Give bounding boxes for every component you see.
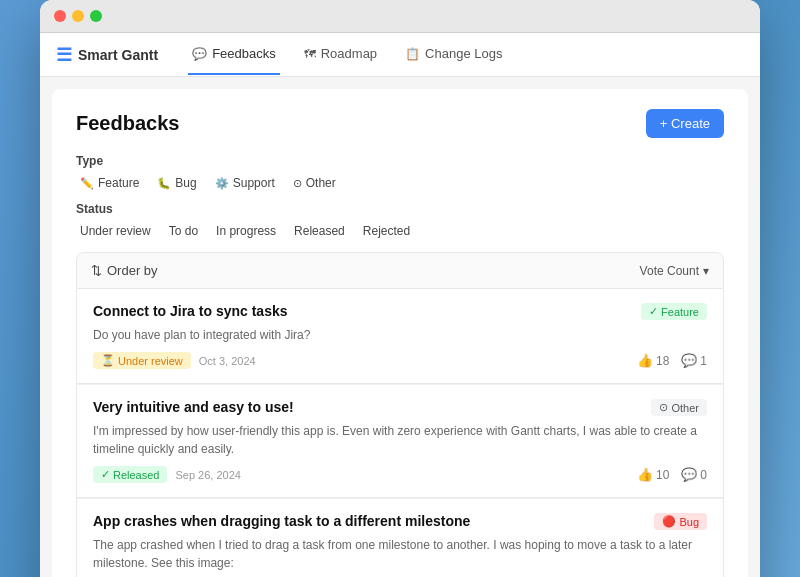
filter-todo[interactable]: To do (165, 222, 202, 240)
tab-changelogs[interactable]: 📋 Change Logs (401, 34, 506, 75)
in-progress-label: In progress (216, 224, 276, 238)
app-content: ☰ Smart Gantt 💬 Feedbacks 🗺 Roadmap 📋 Ch… (40, 33, 760, 577)
card-1-top: Connect to Jira to sync tasks ✓ Feature (93, 303, 707, 320)
minimize-dot[interactable] (72, 10, 84, 22)
filter-feature[interactable]: ✏️ Feature (76, 174, 143, 192)
filter-released[interactable]: Released (290, 222, 349, 240)
main-content: Feedbacks + Create Type ✏️ Feature 🐛 Bug (52, 89, 748, 577)
feedback-card-2: Very intuitive and easy to use! ⊙ Other … (76, 384, 724, 498)
thumbs-up-icon: 👍 (637, 353, 653, 368)
card-2-type-label: Other (671, 402, 699, 414)
card-1-actions: 👍 18 💬 1 (637, 353, 707, 368)
card-1-vote-button[interactable]: 👍 18 (637, 353, 669, 368)
filter-in-progress[interactable]: In progress (212, 222, 280, 240)
card-1-status-date: ⏳ Under review Oct 3, 2024 (93, 352, 256, 369)
other-badge-icon: ⊙ (659, 401, 668, 414)
card-2-status-badge: ✓ Released (93, 466, 167, 483)
order-select[interactable]: Vote Count ▾ (640, 264, 709, 278)
card-3-description: The app crashed when I tried to drag a t… (93, 536, 707, 572)
filters-section: Type ✏️ Feature 🐛 Bug ⚙️ Support (76, 154, 724, 240)
support-icon: ⚙️ (215, 177, 229, 190)
todo-label: To do (169, 224, 198, 238)
other-label: Other (306, 176, 336, 190)
card-2-top: Very intuitive and easy to use! ⊙ Other (93, 399, 707, 416)
card-2-date: Sep 26, 2024 (175, 469, 240, 481)
brand-logo: ☰ Smart Gantt (56, 44, 158, 66)
chevron-down-icon: ▾ (703, 264, 709, 278)
under-review-label: Under review (80, 224, 151, 238)
feedback-card-1: Connect to Jira to sync tasks ✓ Feature … (76, 289, 724, 384)
tab-feedbacks[interactable]: 💬 Feedbacks (188, 34, 280, 75)
comment-icon-2: 💬 (681, 467, 697, 482)
order-icon: ⇅ (91, 263, 102, 278)
app-window: ☰ Smart Gantt 💬 Feedbacks 🗺 Roadmap 📋 Ch… (40, 0, 760, 577)
card-2-status-label: Released (113, 469, 159, 481)
changelogs-tab-label: Change Logs (425, 46, 502, 61)
order-value: Vote Count (640, 264, 699, 278)
card-2-comments: 0 (700, 468, 707, 482)
filter-rejected[interactable]: Rejected (359, 222, 414, 240)
card-2-meta: ✓ Released Sep 26, 2024 👍 10 💬 (93, 466, 707, 483)
card-2-status-date: ✓ Released Sep 26, 2024 (93, 466, 241, 483)
card-2-vote-button[interactable]: 👍 10 (637, 467, 669, 482)
card-2-description: I'm impressed by how user-friendly this … (93, 422, 707, 458)
filter-under-review[interactable]: Under review (76, 222, 155, 240)
feedbacks-tab-label: Feedbacks (212, 46, 276, 61)
feedback-card-3: App crashes when dragging task to a diff… (76, 498, 724, 577)
card-1-comments: 1 (700, 354, 707, 368)
filter-bug[interactable]: 🐛 Bug (153, 174, 200, 192)
bug-badge-icon: 🔴 (662, 515, 676, 528)
support-label: Support (233, 176, 275, 190)
other-icon: ⊙ (293, 177, 302, 190)
card-1-type-label: Feature (661, 306, 699, 318)
card-2-title: Very intuitive and easy to use! (93, 399, 294, 415)
status-filter-pills: Under review To do In progress Released … (76, 222, 724, 240)
feature-label: Feature (98, 176, 139, 190)
order-text: Order by (107, 263, 158, 278)
changelogs-tab-icon: 📋 (405, 47, 420, 61)
feedbacks-tab-icon: 💬 (192, 47, 207, 61)
released-check-icon: ✓ (101, 468, 110, 481)
card-1-votes: 18 (656, 354, 669, 368)
page-title: Feedbacks (76, 112, 179, 135)
tab-roadmap[interactable]: 🗺 Roadmap (300, 34, 381, 75)
close-dot[interactable] (54, 10, 66, 22)
roadmap-tab-icon: 🗺 (304, 47, 316, 61)
card-2-actions: 👍 10 💬 0 (637, 467, 707, 482)
feature-check-icon: ✓ (649, 305, 658, 318)
feature-icon: ✏️ (80, 177, 94, 190)
card-2-votes: 10 (656, 468, 669, 482)
card-3-title: App crashes when dragging task to a diff… (93, 513, 470, 529)
card-2-comment-button[interactable]: 💬 0 (681, 467, 707, 482)
comment-icon: 💬 (681, 353, 697, 368)
order-bar: ⇅ Order by Vote Count ▾ (76, 252, 724, 289)
card-1-type-badge: ✓ Feature (641, 303, 707, 320)
brand-name: Smart Gantt (78, 47, 158, 63)
bug-icon: 🐛 (157, 177, 171, 190)
filter-support[interactable]: ⚙️ Support (211, 174, 279, 192)
card-1-description: Do you have plan to integrated with Jira… (93, 326, 707, 344)
titlebar (40, 0, 760, 33)
card-3-type-label: Bug (679, 516, 699, 528)
order-label: ⇅ Order by (91, 263, 158, 278)
page-header: Feedbacks + Create (76, 109, 724, 138)
type-filter-label: Type (76, 154, 724, 168)
topbar: ☰ Smart Gantt 💬 Feedbacks 🗺 Roadmap 📋 Ch… (40, 33, 760, 77)
filter-other[interactable]: ⊙ Other (289, 174, 340, 192)
maximize-dot[interactable] (90, 10, 102, 22)
card-1-date: Oct 3, 2024 (199, 355, 256, 367)
brand-icon: ☰ (56, 44, 72, 66)
rejected-label: Rejected (363, 224, 410, 238)
create-button[interactable]: + Create (646, 109, 724, 138)
card-1-meta: ⏳ Under review Oct 3, 2024 👍 18 💬 (93, 352, 707, 369)
card-1-comment-button[interactable]: 💬 1 (681, 353, 707, 368)
card-2-type-badge: ⊙ Other (651, 399, 707, 416)
bug-label: Bug (175, 176, 196, 190)
released-label: Released (294, 224, 345, 238)
under-review-icon: ⏳ (101, 354, 115, 367)
feedback-list: ⇅ Order by Vote Count ▾ Connect to Jira … (76, 252, 724, 577)
type-filter-pills: ✏️ Feature 🐛 Bug ⚙️ Support ⊙ Other (76, 174, 724, 192)
thumbs-up-icon-2: 👍 (637, 467, 653, 482)
card-1-status-badge: ⏳ Under review (93, 352, 191, 369)
card-1-status-label: Under review (118, 355, 183, 367)
